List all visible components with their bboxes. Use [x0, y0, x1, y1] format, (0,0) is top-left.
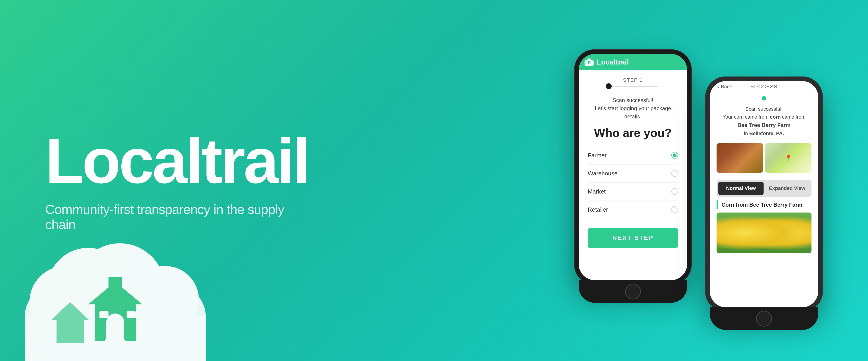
- option-warehouse[interactable]: Warehouse: [588, 165, 678, 183]
- corn-image: [717, 213, 811, 253]
- location-bold: Bellefonte, PA.: [749, 131, 784, 136]
- step-dot-active: [606, 83, 612, 89]
- farm-photo-placeholder: [717, 143, 763, 173]
- corn-source-text: Your corn came from: [722, 114, 768, 120]
- map-pin-icon: 📍: [784, 155, 792, 162]
- radio-warehouse[interactable]: [671, 170, 678, 177]
- step-label: STEP 1: [579, 77, 687, 83]
- who-heading: Who are you?: [579, 124, 687, 144]
- corn-image-inner: [717, 213, 811, 253]
- radio-retailer[interactable]: [671, 206, 678, 213]
- option-market-label: Market: [588, 188, 606, 195]
- step-progress-line: [608, 86, 658, 87]
- success-indicator: [710, 92, 818, 103]
- product-title-row: Corn from Bee Tree Berry Farm: [717, 200, 811, 210]
- success-text-block: Scan successful! Your corn came from cor…: [710, 103, 818, 140]
- success-label: SUCCESS: [750, 84, 778, 90]
- svg-rect-11: [108, 277, 122, 288]
- scan-success-text: Scan successful!: [745, 106, 782, 112]
- home-button-2[interactable]: [756, 311, 772, 327]
- hero-section: Localtrail Community-first transparency …: [0, 0, 868, 361]
- app-header-title: Localtrail: [597, 58, 629, 66]
- svg-rect-15: [105, 339, 125, 361]
- radio-market[interactable]: [671, 188, 678, 195]
- app-header: Localtrail: [579, 54, 687, 71]
- option-market[interactable]: Market: [588, 183, 678, 201]
- success-dot: [762, 96, 766, 101]
- svg-rect-19: [589, 62, 590, 64]
- phone-2-bottom: [710, 307, 818, 330]
- location-text: in: [744, 131, 749, 136]
- next-step-button[interactable]: NEXT STEP: [588, 228, 678, 248]
- phone-1-bottom: [579, 280, 687, 303]
- app-logo-icon: [584, 58, 594, 66]
- option-farmer[interactable]: Farmer: [588, 146, 678, 165]
- normal-view-button[interactable]: Normal View: [718, 182, 764, 195]
- option-farmer-label: Farmer: [588, 152, 607, 159]
- option-retailer[interactable]: Retailer: [588, 201, 678, 219]
- svg-point-9: [106, 313, 124, 332]
- view-toggle: Normal View Expanded View: [717, 180, 811, 197]
- options-list: Farmer Warehouse Market Retailer: [579, 144, 687, 221]
- phone-2-screen: < Back SUCCESS Scan successful! Your cor…: [710, 81, 818, 307]
- product-card: Corn from Bee Tree Berry Farm: [717, 200, 811, 253]
- phone-1-frame: Localtrail STEP 1 Scan successful!Let's …: [574, 49, 692, 285]
- phone2-nav-bar: < Back SUCCESS: [710, 81, 818, 92]
- farm-photo: [717, 143, 763, 173]
- green-accent-bar: [717, 200, 718, 210]
- scan-message: Scan successful!Let's start logging your…: [579, 92, 687, 124]
- illustration-cloud-house: [11, 207, 219, 361]
- option-warehouse-label: Warehouse: [588, 170, 618, 177]
- expanded-view-button[interactable]: Expanded View: [765, 182, 810, 195]
- phone-1-screen: Localtrail STEP 1 Scan successful!Let's …: [579, 54, 687, 280]
- svg-rect-13: [57, 320, 84, 343]
- radio-farmer[interactable]: [671, 152, 678, 159]
- option-retailer-label: Retailer: [588, 206, 608, 213]
- farm-map-placeholder: 📍: [765, 143, 811, 173]
- svg-rect-10: [99, 311, 108, 318]
- farm-map: 📍: [765, 143, 811, 173]
- svg-rect-12: [127, 311, 135, 318]
- home-button-1[interactable]: [625, 284, 641, 300]
- farm-name: Bee Tree Berry Farm: [738, 122, 791, 128]
- phone-2-frame: < Back SUCCESS Scan successful! Your cor…: [705, 77, 823, 312]
- back-button[interactable]: < Back: [717, 84, 732, 90]
- farm-images-row: 📍: [717, 143, 811, 173]
- brand-title: Localtrail: [45, 129, 309, 193]
- corn-label: corn: [770, 114, 782, 120]
- product-title: Corn from Bee Tree Berry Farm: [721, 202, 802, 208]
- step-indicator: STEP 1: [579, 71, 687, 92]
- phones-container: Localtrail STEP 1 Scan successful!Let's …: [574, 49, 823, 312]
